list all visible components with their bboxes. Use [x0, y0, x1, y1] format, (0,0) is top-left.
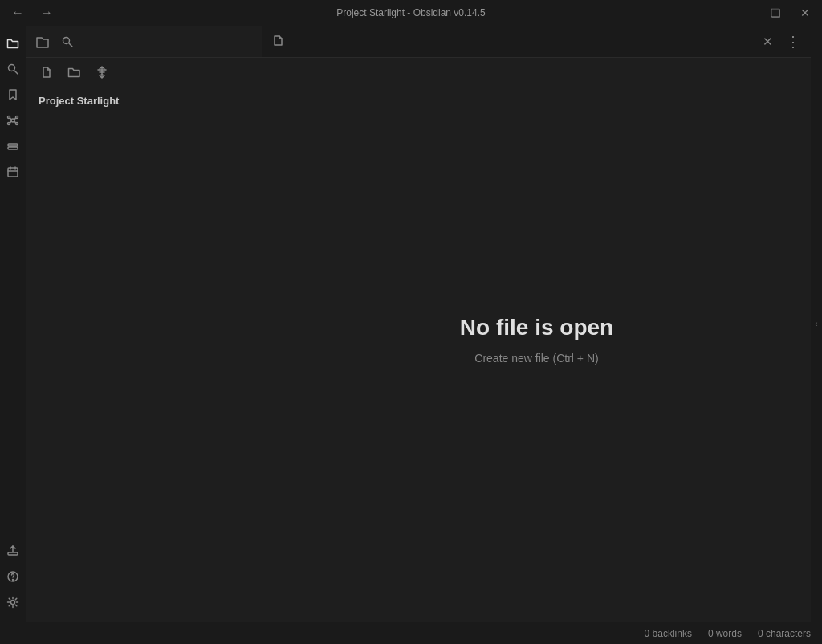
new-folder-icon [67, 66, 81, 79]
svg-rect-17 [8, 552, 18, 555]
activity-bar [0, 26, 26, 622]
maximize-button[interactable]: ❑ [767, 6, 785, 20]
svg-rect-11 [8, 144, 18, 146]
minimize-button[interactable]: — [736, 6, 755, 20]
folder-icon [6, 37, 19, 50]
svg-point-22 [63, 37, 70, 43]
search-icon [61, 35, 74, 48]
calendar-icon [6, 165, 19, 178]
editor-file-icon [269, 31, 287, 52]
svg-point-21 [11, 601, 15, 605]
new-file-button[interactable] [39, 64, 55, 80]
editor-tab-bar: ✕ ⋮ [262, 26, 811, 58]
sidebar-toolbar [26, 58, 262, 87]
svg-line-7 [10, 118, 12, 120]
bookmark-icon [6, 88, 19, 101]
svg-line-1 [14, 71, 18, 74]
help-icon [6, 570, 19, 583]
search-icon [6, 63, 19, 75]
sidebar-item-help[interactable] [2, 565, 24, 588]
new-file-icon [40, 66, 53, 79]
sidebar-item-files[interactable] [2, 32, 24, 55]
svg-line-23 [69, 43, 72, 47]
svg-rect-12 [8, 147, 18, 149]
right-panel-handle[interactable]: ‹ [811, 26, 822, 622]
sidebar-item-tags[interactable] [2, 135, 24, 157]
title-bar: ← → Project Starlight - Obsidian v0.14.5… [0, 0, 822, 26]
back-button[interactable]: ← [8, 5, 27, 21]
editor-area: ✕ ⋮ No file is open Create new file (Ctr… [262, 26, 811, 622]
main-layout: Project Starlight ✕ ⋮ No file is open Cr… [0, 26, 822, 622]
window-title: Project Starlight - Obsidian v0.14.5 [336, 7, 485, 18]
file-explorer-sidebar: Project Starlight [26, 26, 262, 622]
graph-icon [6, 114, 19, 127]
sidebar-item-search[interactable] [2, 58, 24, 80]
sidebar-item-graph[interactable] [2, 109, 24, 132]
sidebar-header [26, 26, 262, 58]
title-bar-nav: ← → [8, 5, 56, 21]
svg-rect-13 [8, 168, 18, 177]
vault-name-label[interactable]: Project Starlight [26, 90, 262, 112]
no-file-hint: Create new file (Ctrl + N) [474, 352, 598, 365]
word-count: 0 words [708, 628, 742, 639]
no-file-title: No file is open [460, 315, 613, 340]
tags-icon [6, 140, 19, 153]
close-button[interactable]: ✕ [796, 6, 814, 20]
editor-empty-state: No file is open Create new file (Ctrl + … [262, 58, 811, 622]
svg-line-8 [14, 118, 16, 120]
svg-line-10 [14, 121, 16, 123]
open-vault-button[interactable] [34, 33, 51, 51]
sidebar-item-bookmarks[interactable] [2, 84, 24, 106]
sort-button[interactable] [94, 64, 110, 80]
settings-icon [6, 596, 19, 609]
collapse-right-icon: ‹ [815, 320, 817, 328]
status-bar: 0 backlinks 0 words 0 characters [0, 622, 822, 644]
forward-button[interactable]: → [37, 5, 56, 21]
more-options-button[interactable]: ⋮ [781, 33, 804, 51]
svg-line-9 [10, 121, 12, 123]
svg-point-0 [9, 65, 15, 71]
sidebar-item-settings[interactable] [2, 591, 24, 613]
svg-point-20 [13, 580, 14, 581]
sort-icon [96, 66, 108, 79]
close-editor-button[interactable]: ✕ [758, 32, 778, 51]
sidebar-item-daily-notes[interactable] [2, 161, 24, 183]
publish-icon [6, 544, 19, 557]
window-controls: — ❑ ✕ [736, 6, 814, 20]
vault-icon [35, 35, 50, 49]
sidebar-file-list: Project Starlight [26, 87, 262, 622]
search-vault-button[interactable] [59, 34, 75, 50]
backlinks-count: 0 backlinks [645, 628, 692, 639]
sidebar-item-publish[interactable] [2, 540, 24, 562]
new-folder-button[interactable] [66, 64, 83, 80]
character-count: 0 characters [758, 628, 811, 639]
